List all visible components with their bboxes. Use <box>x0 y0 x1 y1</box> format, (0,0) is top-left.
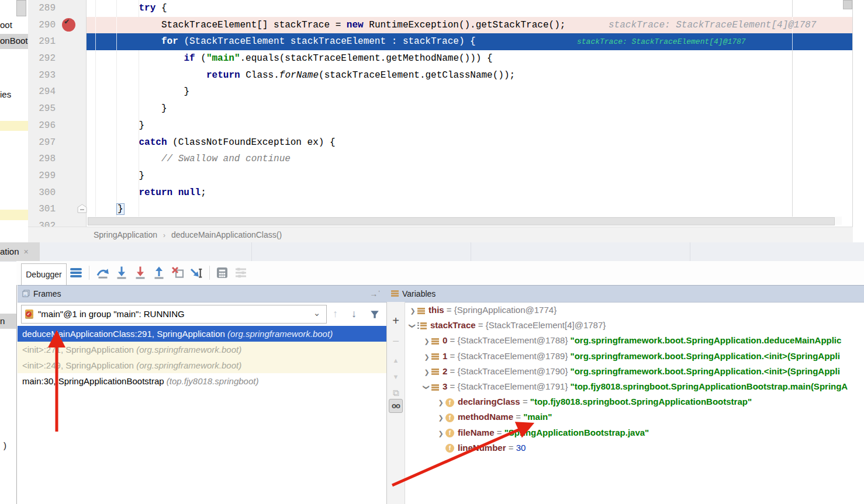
step-over-button[interactable] <box>96 266 110 280</box>
copy-icon[interactable]: ⧉ <box>387 388 405 398</box>
frames-icon: ‹› <box>22 290 30 297</box>
run-to-cursor-button[interactable] <box>189 266 203 280</box>
code-line[interactable]: try { <box>87 0 853 17</box>
code-line[interactable]: } <box>87 201 853 218</box>
breadcrumb-separator-icon: › <box>163 231 165 239</box>
scrollbar-thumb[interactable] <box>16 0 26 16</box>
code-token: Class. <box>240 70 279 81</box>
indent-guide <box>95 17 96 34</box>
breakpoint-icon[interactable] <box>62 18 75 32</box>
code-line[interactable]: StackTraceElement[] stackTrace = new Run… <box>87 17 853 34</box>
code-line[interactable]: return null; <box>87 185 853 201</box>
fold-marker-icon[interactable] <box>77 204 87 213</box>
variable-row[interactable]: ❯3 = {StackTraceElement@1791} "top.fjy80… <box>405 379 864 394</box>
variable-row[interactable]: ❯0 = {StackTraceElement@1788} "org.sprin… <box>405 333 864 348</box>
frame-row[interactable]: main:30, SpringApplicationBootstrap (top… <box>18 373 386 389</box>
line-number: 300 <box>28 185 56 201</box>
variable-value: {StackTraceElement@1789} <box>457 351 570 361</box>
code-text: } <box>139 117 145 134</box>
breadcrumb-method[interactable]: deduceMainApplicationClass() <box>171 230 282 239</box>
chevron-right-icon[interactable]: ❯ <box>422 349 431 364</box>
variable-row[interactable]: ❯fmethodName = "main" <box>405 409 864 425</box>
value-icon <box>431 369 439 375</box>
frame-row[interactable]: deduceMainApplicationClass:291, SpringAp… <box>18 326 386 342</box>
horizontal-scrollbar[interactable] <box>87 217 842 225</box>
step-into-button[interactable] <box>115 266 129 280</box>
thread-selector[interactable]: "main"@1 in group "main": RUNNING ⌄ <box>21 305 327 324</box>
code-line[interactable]: } <box>87 100 853 117</box>
code-token: } <box>161 103 167 114</box>
variable-row[interactable]: ❯fdeclaringClass = "top.fjy8018.springbo… <box>405 394 864 409</box>
chevron-down-icon[interactable]: ❯ <box>419 383 434 392</box>
frame-row[interactable]: <init>:271, SpringApplication (org.sprin… <box>18 342 386 357</box>
filter-icon[interactable] <box>369 310 380 320</box>
frame-package: (org.springframework.boot) <box>136 345 241 354</box>
code-line[interactable]: for (StackTraceElement stackTraceElement… <box>87 33 853 50</box>
editor-right-border <box>852 0 853 227</box>
vertical-scrollbar-thumb[interactable] <box>843 0 852 9</box>
variable-row[interactable]: ❯1 = {StackTraceElement@1789} "org.sprin… <box>405 349 864 364</box>
frame-down-button[interactable]: ↓ <box>351 308 357 320</box>
code-token: return <box>206 70 240 81</box>
variable-row[interactable]: ❯ffileName = "SpringApplicationBootstrap… <box>405 425 864 440</box>
code-token: if <box>184 53 195 64</box>
code-text: } <box>184 84 190 100</box>
move-up-button[interactable]: ▲ <box>387 357 405 364</box>
code-editor[interactable]: 2892902912922932942952962972982993003013… <box>28 0 853 227</box>
variable-value: = <box>520 397 530 406</box>
add-watch-button[interactable]: + <box>387 314 405 328</box>
evaluate-expression-button[interactable] <box>215 266 229 280</box>
code-line[interactable]: if ("main".equals(stackTraceElement.getM… <box>87 50 853 67</box>
variable-row[interactable]: flineNumber = 30 <box>405 440 864 456</box>
code-line[interactable]: return Class.forName(stackTraceElement.g… <box>87 67 853 84</box>
code-line[interactable]: } <box>87 84 853 100</box>
code-line[interactable]: catch (ClassNotFoundException ex) { <box>87 134 853 151</box>
line-number: 297 <box>28 134 56 151</box>
chevron-right-icon[interactable]: ❯ <box>436 395 445 409</box>
force-step-into-button[interactable] <box>133 266 147 280</box>
tree-item-fragment[interactable]: onBoot <box>0 36 28 46</box>
code-line[interactable]: } <box>87 117 853 134</box>
code-text: return null; <box>139 185 206 201</box>
step-out-button[interactable] <box>152 266 166 280</box>
watches-toggle-button[interactable]: oo <box>389 399 403 413</box>
frame-up-button[interactable]: ↑ <box>333 308 338 320</box>
variable-value: = <box>495 427 504 437</box>
chevron-right-icon[interactable]: ❯ <box>422 364 431 379</box>
drop-frame-button[interactable] <box>171 266 185 280</box>
code-token: } <box>139 171 145 181</box>
variable-row[interactable]: ❯2 = {StackTraceElement@1790} "org.sprin… <box>405 364 864 379</box>
pin-icon[interactable]: →ˈ <box>369 286 381 302</box>
variable-value: "top.fjy8018.springboot.SpringApplicatio… <box>530 397 752 406</box>
breadcrumb-class[interactable]: SpringApplication <box>94 230 157 239</box>
code-text: if ("main".equals(stackTraceElement.getM… <box>184 50 493 67</box>
code-token: return <box>139 187 173 198</box>
variable-value: {StackTraceElement[4]@1787} <box>486 320 606 330</box>
variable-row[interactable]: ❯stackTrace = {StackTraceElement[4]@1787… <box>405 318 864 333</box>
code-text: try { <box>139 0 167 17</box>
move-down-button[interactable]: ▼ <box>387 373 405 380</box>
frames-list: deduceMainApplicationClass:291, SpringAp… <box>18 326 386 390</box>
variable-value: {StackTraceElement@1791} <box>457 381 570 391</box>
tree-item-fragment[interactable]: n <box>0 316 5 326</box>
variable-row[interactable]: ❯this = {SpringApplication@1774} <box>405 303 864 318</box>
tree-item-fragment[interactable]: ies <box>0 89 11 99</box>
remove-watch-button[interactable]: − <box>387 335 405 348</box>
menu-icon[interactable] <box>70 266 84 281</box>
horizontal-scrollbar-thumb[interactable] <box>88 217 835 225</box>
close-icon[interactable]: × <box>24 247 29 256</box>
editor-tab[interactable]: ation× <box>0 242 40 261</box>
code-line[interactable]: // Swallow and continue <box>87 151 853 168</box>
inline-debugger-hint: stackTrace: StackTraceElement[4]@1787 <box>577 33 746 50</box>
tree-item-fragment[interactable]: ) <box>4 440 6 450</box>
view-options-icon[interactable] <box>234 266 248 280</box>
chevron-right-icon[interactable]: ❯ <box>408 303 417 318</box>
frames-panel-header: ‹› Frames →ˈ <box>18 285 386 303</box>
chevron-right-icon[interactable]: ❯ <box>436 410 445 425</box>
frame-row[interactable]: <init>:249, SpringApplication (org.sprin… <box>18 357 386 373</box>
tab-debugger[interactable]: Debugger <box>21 263 67 286</box>
chevron-right-icon[interactable]: ❯ <box>436 426 445 440</box>
chevron-right-icon[interactable]: ❯ <box>422 333 431 348</box>
code-line[interactable]: } <box>87 168 853 185</box>
tree-item-fragment[interactable]: oot <box>0 20 12 30</box>
